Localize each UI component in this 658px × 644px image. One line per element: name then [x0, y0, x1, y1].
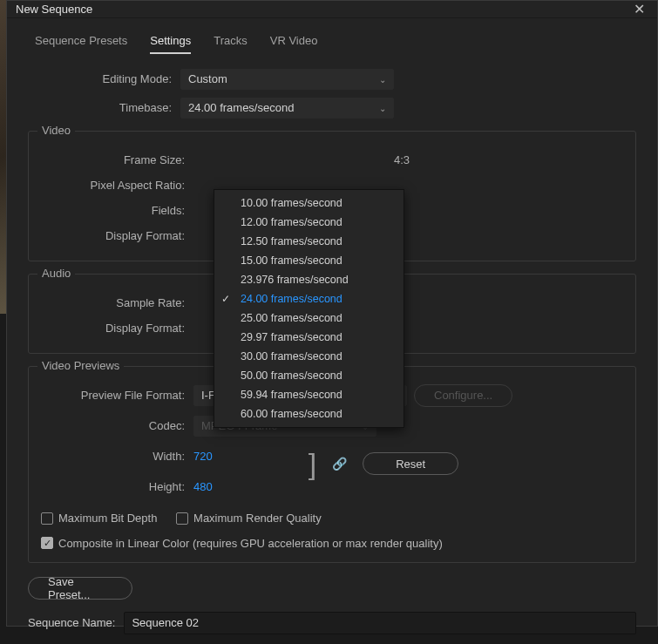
frame-ratio: 4:3	[394, 153, 410, 166]
timebase-option[interactable]: 50.00 frames/second	[214, 366, 404, 385]
timebase-option[interactable]: 12.00 frames/second	[214, 213, 404, 232]
new-sequence-dialog: New Sequence ✕ Sequence Presets Settings…	[6, 0, 658, 627]
timebase-option-label: 50.00 frames/second	[241, 369, 343, 382]
timebase-option[interactable]: 60.00 frames/second	[214, 404, 404, 424]
link-icon[interactable]: 🔗	[332, 457, 347, 471]
timebase-option-label: 15.00 frames/second	[241, 254, 343, 267]
check-icon: ✓	[221, 293, 230, 305]
timebase-option[interactable]: 23.976 frames/second	[214, 270, 404, 289]
chevron-down-icon: ⌄	[379, 103, 386, 112]
tab-settings[interactable]: Settings	[150, 34, 191, 54]
titlebar: New Sequence ✕	[7, 1, 657, 18]
configure-button: Configure...	[414, 384, 512, 407]
timebase-option-label: 10.00 frames/second	[241, 197, 343, 209]
pixel-aspect-label: Pixel Aspect Ratio:	[41, 179, 193, 192]
timebase-label: Timebase:	[28, 101, 180, 114]
video-display-format-label: Display Format:	[41, 229, 193, 242]
timebase-option-label: 29.97 frames/second	[241, 331, 343, 343]
chevron-down-icon: ⌄	[379, 74, 386, 84]
max-bit-depth-checkbox[interactable]: Maximum Bit Depth	[41, 512, 157, 525]
timebase-option[interactable]: 15.00 frames/second	[214, 251, 404, 270]
timebase-select[interactable]: 24.00 frames/second ⌄	[180, 98, 394, 119]
max-bit-depth-label: Maximum Bit Depth	[58, 512, 157, 525]
checkbox-icon	[41, 537, 53, 549]
timebase-option-label: 60.00 frames/second	[241, 408, 343, 420]
bracket-icon: ]	[309, 449, 316, 478]
timebase-option-label: 23.976 frames/second	[241, 274, 349, 286]
dialog-body: Sequence Presets Settings Tracks VR Vide…	[7, 18, 657, 644]
frame-size-label: Frame Size:	[41, 153, 193, 166]
timebase-value: 24.00 frames/second	[188, 101, 294, 114]
fields-label: Fields:	[41, 204, 193, 217]
checkbox-icon	[176, 512, 188, 525]
timebase-option[interactable]: 25.00 frames/second	[214, 308, 404, 328]
background-image-edge	[0, 0, 6, 314]
video-group-title: Video	[37, 124, 75, 137]
video-previews-title: Video Previews	[37, 359, 124, 372]
tab-vr-video[interactable]: VR Video	[270, 34, 318, 54]
sequence-name-input[interactable]	[124, 612, 636, 634]
sample-rate-label: Sample Rate:	[41, 296, 193, 309]
checkbox-icon	[41, 512, 53, 525]
sequence-name-label: Sequence Name:	[28, 616, 115, 629]
editing-mode-value: Custom	[188, 72, 227, 85]
timebase-option[interactable]: 30.00 frames/second	[214, 347, 404, 366]
timebase-option[interactable]: 10.00 frames/second	[214, 193, 404, 213]
timebase-option-label: 24.00 frames/second	[241, 293, 343, 305]
timebase-option-label: 59.94 frames/second	[241, 389, 343, 401]
timebase-option[interactable]: 59.94 frames/second	[214, 385, 404, 404]
timebase-option[interactable]: 29.97 frames/second	[214, 328, 404, 347]
editing-mode-label: Editing Mode:	[28, 72, 180, 85]
timebase-dropdown: 10.00 frames/second12.00 frames/second12…	[214, 189, 404, 428]
timebase-option-label: 30.00 frames/second	[241, 350, 343, 363]
dialog-title: New Sequence	[16, 3, 630, 16]
audio-group-title: Audio	[37, 267, 75, 280]
tabs: Sequence Presets Settings Tracks VR Vide…	[28, 34, 636, 54]
timebase-option-label: 25.00 frames/second	[241, 312, 343, 324]
height-value[interactable]: 480	[193, 480, 213, 493]
editing-mode-select[interactable]: Custom ⌄	[180, 69, 394, 90]
max-render-quality-label: Maximum Render Quality	[193, 512, 322, 525]
tab-sequence-presets[interactable]: Sequence Presets	[35, 34, 127, 54]
settings-panel: Editing Mode: Custom ⌄ Timebase: 24.00 f…	[28, 66, 636, 644]
width-label: Width:	[41, 450, 193, 463]
timebase-option[interactable]: 12.50 frames/second	[214, 232, 404, 251]
height-label: Height:	[41, 480, 193, 493]
tab-tracks[interactable]: Tracks	[214, 34, 248, 54]
reset-button[interactable]: Reset	[363, 452, 458, 475]
composite-linear-checkbox[interactable]: Composite in Linear Color (requires GPU …	[41, 537, 443, 550]
save-preset-button[interactable]: Save Preset...	[28, 577, 132, 600]
width-value[interactable]: 720	[193, 450, 213, 463]
timebase-option[interactable]: ✓24.00 frames/second	[214, 289, 404, 308]
max-render-quality-checkbox[interactable]: Maximum Render Quality	[176, 512, 322, 525]
preview-file-format-label: Preview File Format:	[41, 389, 193, 402]
audio-display-format-label: Display Format:	[41, 322, 193, 335]
timebase-option-label: 12.00 frames/second	[241, 216, 343, 228]
timebase-option-label: 12.50 frames/second	[241, 235, 343, 247]
close-icon[interactable]: ✕	[630, 1, 648, 17]
composite-linear-label: Composite in Linear Color (requires GPU …	[58, 537, 443, 550]
codec-label: Codec:	[41, 419, 193, 432]
